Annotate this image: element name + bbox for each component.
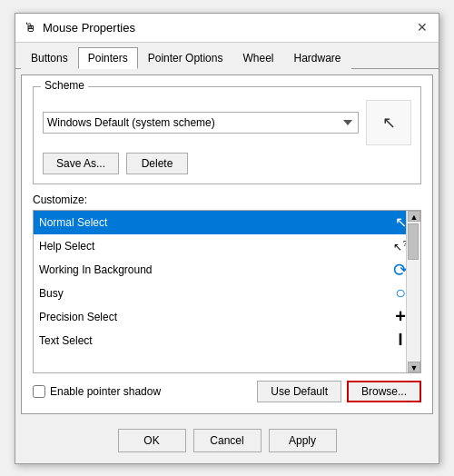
browse-button[interactable]: Browse... bbox=[347, 381, 421, 402]
cursor-item-name: Precision Select bbox=[39, 311, 117, 323]
main-content: Scheme Windows Default (system scheme) ↖… bbox=[21, 74, 433, 414]
cursor-item-working-bg[interactable]: Working In Background ⟳ bbox=[34, 258, 420, 282]
tab-wheel[interactable]: Wheel bbox=[232, 47, 283, 69]
window-title: Mouse Properties bbox=[43, 21, 135, 35]
bottom-row: Enable pointer shadow Use Default Browse… bbox=[33, 381, 421, 402]
enable-shadow-checkbox[interactable] bbox=[33, 385, 45, 398]
cursor-item-precision-select[interactable]: Precision Select + bbox=[34, 305, 420, 329]
scroll-up-button[interactable]: ▲ bbox=[408, 211, 420, 222]
cursor-item-busy[interactable]: Busy ○ bbox=[34, 282, 420, 305]
scheme-row: Windows Default (system scheme) ↖ bbox=[43, 100, 411, 145]
cursor-preview: ↖ bbox=[366, 100, 411, 145]
bottom-buttons: Use Default Browse... bbox=[257, 381, 421, 402]
use-default-button[interactable]: Use Default bbox=[257, 381, 341, 402]
tab-pointer-options[interactable]: Pointer Options bbox=[138, 47, 233, 69]
scroll-down-button[interactable]: ▼ bbox=[408, 362, 420, 372]
cursor-item-text-select[interactable]: Text Select I bbox=[34, 329, 420, 352]
enable-shadow-row: Enable pointer shadow bbox=[33, 385, 161, 398]
title-bar-left: 🖱 Mouse Properties bbox=[23, 20, 135, 35]
close-button[interactable]: ✕ bbox=[413, 18, 431, 36]
cursor-item-normal-select[interactable]: Normal Select ↖ bbox=[34, 211, 420, 234]
customize-label: Customize: bbox=[33, 193, 421, 206]
enable-shadow-label: Enable pointer shadow bbox=[50, 385, 161, 398]
cursor-item-help-select[interactable]: Help Select ↖? bbox=[34, 234, 420, 258]
footer: OK Cancel Apply bbox=[15, 420, 439, 463]
apply-button[interactable]: Apply bbox=[269, 429, 337, 452]
cursor-item-name: Busy bbox=[39, 287, 64, 300]
tab-hardware[interactable]: Hardware bbox=[283, 47, 350, 69]
scheme-group: Scheme Windows Default (system scheme) ↖… bbox=[33, 86, 421, 184]
save-as-button[interactable]: Save As... bbox=[43, 153, 119, 174]
tab-buttons[interactable]: Buttons bbox=[21, 47, 78, 69]
scheme-buttons: Save As... Delete bbox=[43, 153, 411, 174]
scrollbar[interactable]: ▲ ▼ bbox=[406, 211, 420, 372]
delete-button[interactable]: Delete bbox=[126, 153, 188, 174]
cancel-button[interactable]: Cancel bbox=[193, 429, 262, 452]
cursor-list[interactable]: Normal Select ↖ Help Select ↖? Working I… bbox=[33, 210, 421, 373]
tab-bar: Buttons Pointers Pointer Options Wheel H… bbox=[15, 43, 439, 69]
cursor-item-name: Text Select bbox=[39, 334, 93, 347]
cursor-item-name: Working In Background bbox=[39, 263, 153, 276]
mouse-properties-window: 🖱 Mouse Properties ✕ Buttons Pointers Po… bbox=[15, 13, 439, 464]
tab-pointers[interactable]: Pointers bbox=[78, 47, 138, 69]
ok-button[interactable]: OK bbox=[118, 429, 186, 452]
preview-arrow-icon: ↖ bbox=[382, 113, 396, 133]
cursor-item-name: Help Select bbox=[39, 240, 94, 253]
cursor-item-name: Normal Select bbox=[39, 216, 107, 229]
scheme-select[interactable]: Windows Default (system scheme) bbox=[43, 112, 359, 134]
scheme-group-label: Scheme bbox=[41, 79, 88, 92]
mouse-icon: 🖱 bbox=[23, 20, 37, 35]
scroll-thumb[interactable] bbox=[408, 223, 419, 260]
title-bar: 🖱 Mouse Properties ✕ bbox=[15, 14, 439, 43]
